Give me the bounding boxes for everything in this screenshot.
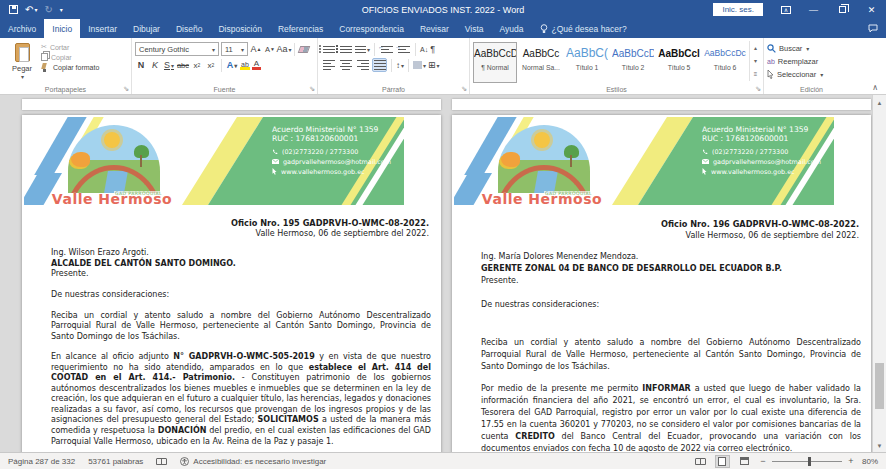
line-spacing-button[interactable]: ↕▾	[396, 61, 404, 70]
print-layout-button[interactable]	[715, 455, 730, 468]
italic-button[interactable]: K	[149, 58, 161, 72]
change-case-button[interactable]: Aa▾	[278, 42, 290, 56]
style-normal-sa[interactable]: AaBbCc Normal Sa...	[519, 42, 563, 83]
collapse-ribbon-icon[interactable]: ∧	[872, 83, 878, 92]
cut-button[interactable]: ✂ Cortar	[41, 43, 99, 51]
text-effects-button[interactable]: A▾	[226, 58, 238, 72]
highlight-color-button[interactable]: ab	[240, 61, 250, 70]
scroll-up-icon[interactable]: ▲	[873, 96, 886, 109]
website-text: www.vallehermoso.gob.ec	[281, 168, 365, 176]
sun-icon	[534, 132, 550, 148]
status-bar: Página 287 de 332 53761 palabras Accesib…	[0, 452, 886, 469]
pilcrow-button[interactable]: ¶	[430, 44, 435, 54]
strikethrough-button[interactable]: abc	[177, 58, 189, 72]
tab-disposicion[interactable]: Disposición	[210, 19, 269, 38]
align-center-button[interactable]	[338, 58, 353, 72]
vertical-scrollbar[interactable]: ▲ ▼	[872, 95, 886, 452]
zoom-slider-thumb[interactable]	[808, 457, 811, 466]
justify-button[interactable]	[372, 58, 387, 72]
increase-indent-button[interactable]	[396, 42, 411, 56]
replace-button[interactable]: ab Reemplazar	[767, 55, 856, 67]
zoom-level[interactable]: 80%	[862, 457, 878, 466]
tab-archivo[interactable]: Archivo	[0, 19, 44, 38]
numbering-button[interactable]	[338, 42, 353, 56]
styles-scroll-down-icon[interactable]: ▾	[750, 54, 761, 67]
shrink-font-button[interactable]: A▼	[264, 42, 276, 56]
zoom-out-button[interactable]: −	[759, 456, 767, 466]
letter-body[interactable]: Oficio Nro. 195 GADPRVH-O-WMC-08-2022. V…	[22, 205, 441, 452]
font-size-combo[interactable]: 11▾	[221, 42, 248, 56]
minimize-button[interactable]: —	[799, 0, 828, 19]
dialog-launcher-icon[interactable]: ⇘	[123, 85, 129, 93]
zoom-in-button[interactable]: +	[847, 456, 855, 466]
close-button[interactable]: ✕	[857, 0, 886, 19]
underline-button[interactable]: S▾	[163, 58, 175, 72]
clear-formatting-button[interactable]	[299, 46, 309, 53]
word-count[interactable]: 53761 palabras	[88, 457, 143, 466]
styles-more-icon[interactable]: ≡	[750, 67, 761, 80]
tell-me-box[interactable]: ¿Qué desea hacer?	[532, 19, 635, 38]
dialog-launcher-icon[interactable]: ⇘	[461, 85, 467, 93]
page-indicator[interactable]: Página 287 de 332	[8, 457, 75, 466]
bold-button[interactable]: N	[135, 58, 147, 72]
restore-button[interactable]	[828, 0, 857, 19]
read-mode-button[interactable]	[693, 455, 708, 468]
ribbon-display-options-icon[interactable]: ∧	[773, 0, 799, 19]
style-titulo-1[interactable]: AaBbC( Título 1	[565, 42, 609, 83]
letterhead-banner: Acuerdo Ministerial N° 1359 RUC : 176812…	[24, 117, 439, 205]
ruc-text: RUC : 1768120600001	[272, 134, 391, 143]
scroll-down-icon[interactable]: ▼	[873, 439, 886, 452]
bullets-button[interactable]	[321, 42, 336, 56]
sort-button[interactable]: A↓	[420, 46, 428, 53]
borders-button[interactable]: ⊞▾	[428, 60, 440, 70]
style-normal[interactable]: AaBbCcD ¶ Normal	[473, 42, 517, 83]
tab-ayuda[interactable]: Ayuda	[492, 19, 532, 38]
select-button[interactable]: Seleccionar▾	[767, 68, 856, 80]
tab-vista[interactable]: Vista	[457, 19, 492, 38]
tab-insertar[interactable]: Insertar	[80, 19, 125, 38]
tab-dibujar[interactable]: Dibujar	[125, 19, 168, 38]
multilevel-list-button[interactable]: ▾	[355, 42, 370, 56]
presente: Presente.	[481, 275, 861, 287]
grow-font-button[interactable]: A▲	[250, 42, 262, 56]
proofing-status-icon[interactable]	[156, 458, 167, 465]
tab-revisar[interactable]: Revisar	[412, 19, 457, 38]
subscript-button[interactable]: x2	[191, 58, 203, 72]
previous-page-edge	[452, 99, 871, 110]
dialog-launcher-icon[interactable]: ⇘	[755, 85, 761, 93]
font-family-combo[interactable]: Century Gothic▾	[135, 42, 219, 56]
style-titulo-6[interactable]: AaBbCcDc Título 6	[703, 42, 747, 83]
web-layout-button[interactable]	[737, 455, 752, 468]
save-icon[interactable]	[9, 5, 18, 14]
tab-referencias[interactable]: Referencias	[270, 19, 331, 38]
accessibility-status[interactable]: Accesibilidad: es necesario investigar	[180, 457, 326, 466]
format-painter-button[interactable]: Copiar formato	[41, 63, 99, 72]
dialog-launcher-icon[interactable]: ⇘	[309, 85, 315, 93]
redo-icon[interactable]: ↻	[44, 4, 52, 15]
style-titulo-2[interactable]: AaBbCcD Título 2	[611, 42, 655, 83]
copy-button[interactable]: Copiar	[41, 53, 99, 61]
undo-icon[interactable]: ↶▾	[25, 4, 37, 15]
find-button[interactable]: Buscar▾	[767, 42, 856, 54]
phone-icon	[702, 149, 708, 155]
tab-inicio[interactable]: Inicio	[44, 19, 80, 38]
font-color-button[interactable]: A	[252, 60, 261, 70]
customize-qat-icon[interactable]: ▾	[60, 6, 63, 13]
align-right-button[interactable]	[355, 58, 370, 72]
sign-in-button[interactable]: Inic. ses.	[713, 3, 763, 16]
decrease-indent-button[interactable]	[379, 42, 394, 56]
superscript-button[interactable]: x2	[205, 58, 217, 72]
tab-correspondencia[interactable]: Correspondencia	[331, 19, 412, 38]
style-titulo-5[interactable]: AaBbCcl Título 5	[657, 42, 701, 83]
styles-scroll-up-icon[interactable]: ▴	[750, 41, 761, 54]
bridge-icon	[68, 165, 160, 193]
document-page-2[interactable]: Acuerdo Ministerial N° 1359 RUC : 176812…	[452, 115, 871, 452]
feedback-icon[interactable]	[860, 19, 886, 38]
tab-diseno[interactable]: Diseño	[168, 19, 210, 38]
paste-button[interactable]: Pegar ▾	[3, 41, 41, 81]
scrollbar-thumb[interactable]	[875, 363, 884, 409]
align-left-button[interactable]	[321, 58, 336, 72]
document-page-1[interactable]: Acuerdo Ministerial N° 1359 RUC : 176812…	[22, 115, 441, 452]
letter-body[interactable]: Oficio Nro. 196 GADPRVH-O-WMC-08-2022. V…	[452, 205, 871, 452]
shading-button[interactable]: ▾	[413, 61, 426, 69]
